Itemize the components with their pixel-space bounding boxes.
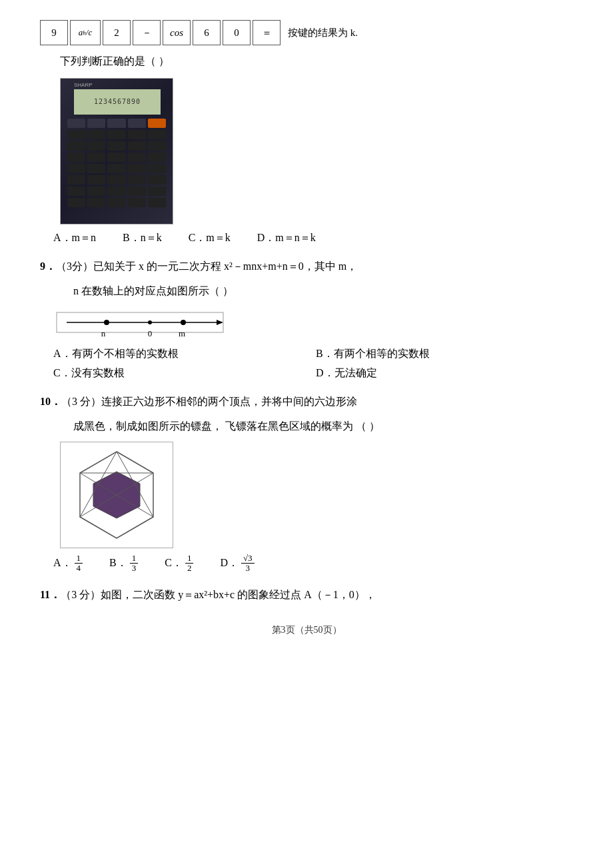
question9-section: 9．（3分）已知关于 x 的一元二次方程 x²－mnx+m+n＝0，其中 m， … [40, 257, 573, 381]
q11-text1: 11．（3 分）如图，二次函数 y＝ax²+bx+c 的图象经过点 A（－1，0… [40, 586, 573, 605]
q9-choice-b: B．有两个相等的实数根 [316, 347, 573, 361]
key-0: 0 [223, 20, 251, 45]
q9-text2: n 在数轴上的对应点如图所示（ ） [73, 282, 573, 301]
calculator-keys-row: 9 ab/c 2 － cos 6 0 ＝ 按键的结果为 k. [40, 20, 573, 45]
q9-choice-c: C．没有实数根 [53, 366, 310, 380]
question10-section: 10．（3 分）连接正六边形不相邻的两个顶点，并将中间的六边形涂 成黑色，制成如… [40, 392, 573, 573]
cb4 [128, 119, 146, 128]
q9-choice-d: D．无法确定 [316, 366, 573, 380]
cb28 [107, 175, 125, 185]
q8-choice-b: B．n＝k [123, 231, 162, 245]
q8-choices: A．m＝n B．n＝k C．m＝k D．m＝n＝k [53, 231, 573, 245]
q10-frac-c: 1 2 [185, 554, 194, 574]
q9-number: 9． [40, 260, 56, 272]
svg-line-17 [80, 517, 117, 538]
cb20 [148, 153, 166, 162]
cb1 [67, 119, 85, 128]
q8-choice-d: D．m＝n＝k [257, 231, 316, 245]
cb34 [128, 187, 146, 196]
cb5 [148, 119, 166, 128]
cb30 [148, 175, 166, 185]
number-line-diagram: n 0 m [53, 307, 573, 340]
cb33 [107, 187, 125, 196]
svg-point-5 [181, 320, 186, 325]
key-cos: cos [163, 20, 191, 45]
cb21 [67, 164, 85, 173]
cb27 [87, 175, 105, 185]
cb24 [128, 164, 146, 173]
cb37 [87, 198, 105, 207]
cb11 [67, 141, 85, 151]
page-footer: 第3页（共50页） [40, 624, 573, 636]
cb12 [87, 141, 105, 151]
q11-number: 11． [40, 589, 61, 600]
q10-text2: 成黑色，制成如图所示的镖盘， 飞镖落在黑色区域的概率为 （ ） [73, 417, 573, 436]
q10-choice-d: D． √3 3 [220, 554, 254, 574]
svg-point-3 [104, 320, 109, 325]
cb3 [107, 119, 125, 128]
cb8 [107, 130, 125, 139]
cb17 [87, 153, 105, 162]
q9-text1: 9．（3分）已知关于 x 的一元二次方程 x²－mnx+m+n＝0，其中 m， [40, 257, 573, 276]
cb16 [67, 153, 85, 162]
key-2: 2 [103, 20, 131, 45]
cb38 [107, 198, 125, 207]
q10-choices: A． 1 4 B． 1 3 C． 1 2 D． √3 3 [53, 554, 573, 574]
key-9: 9 [40, 20, 68, 45]
calculator-image: SHARP 1234567890 [60, 78, 173, 224]
cb2 [87, 119, 105, 128]
calc-screen: 1234567890 [74, 89, 161, 115]
svg-point-4 [148, 320, 152, 324]
cb25 [148, 164, 166, 173]
q10-frac-d: √3 3 [241, 554, 255, 574]
calc-brand-label: SHARP [74, 82, 93, 88]
q8-choice-a: A．m＝n [53, 231, 96, 245]
hexagon-svg [65, 445, 169, 545]
key-abc: ab/c [70, 20, 101, 45]
q10-choice-b: B． 1 3 [109, 554, 138, 574]
key-equals: ＝ [253, 20, 281, 45]
calc-buttons-area [67, 119, 166, 207]
hexagon-dartboard-image [60, 442, 173, 548]
cb22 [87, 164, 105, 173]
cb26 [67, 175, 85, 185]
q10-choice-a: A． 1 4 [53, 554, 83, 574]
svg-line-16 [117, 517, 153, 538]
cb14 [128, 141, 146, 151]
cb6 [67, 130, 85, 139]
q10-number: 10． [40, 396, 61, 407]
q10-text1: 10．（3 分）连接正六边形不相邻的两个顶点，并将中间的六边形涂 [40, 392, 573, 412]
question11-section: 11．（3 分）如图，二次函数 y＝ax²+bx+c 的图象经过点 A（－1，0… [40, 586, 573, 605]
cb31 [67, 187, 85, 196]
cb9 [128, 130, 146, 139]
cb19 [128, 153, 146, 162]
q10-choice-c: C． 1 2 [165, 554, 193, 574]
cb32 [87, 187, 105, 196]
question8-prompt: 下列判断正确的是（ ） [60, 52, 573, 71]
result-label: 按键的结果为 k. [288, 27, 358, 39]
q10-frac-b: 1 3 [130, 554, 139, 574]
q8-choice-c: C．m＝k [189, 231, 231, 245]
svg-marker-2 [217, 320, 223, 325]
page-number: 第3页（共50页） [272, 625, 342, 635]
cb7 [87, 130, 105, 139]
cb18 [107, 153, 125, 162]
cb40 [148, 198, 166, 207]
svg-text:n: n [101, 328, 106, 338]
number-line-svg: n 0 m [53, 307, 240, 340]
q9-body: （3分）已知关于 x 的一元二次方程 x²－mnx+m+n＝0，其中 m， [56, 260, 357, 272]
cb36 [67, 198, 85, 207]
key-6: 6 [193, 20, 221, 45]
svg-text:m: m [179, 328, 185, 338]
cb15 [148, 141, 166, 151]
q10-frac-a: 1 4 [75, 554, 83, 574]
svg-text:0: 0 [148, 328, 153, 338]
cb35 [148, 187, 166, 196]
q9-choice-a: A．有两个不相等的实数根 [53, 347, 310, 361]
q11-body1: （3 分）如图，二次函数 y＝ax²+bx+c 的图象经过点 A（－1，0）， [61, 589, 376, 600]
cb23 [107, 164, 125, 173]
cb13 [107, 141, 125, 151]
q10-body1: （3 分）连接正六边形不相邻的两个顶点，并将中间的六边形涂 [61, 396, 357, 407]
cb29 [128, 175, 146, 185]
cb10 [148, 130, 166, 139]
